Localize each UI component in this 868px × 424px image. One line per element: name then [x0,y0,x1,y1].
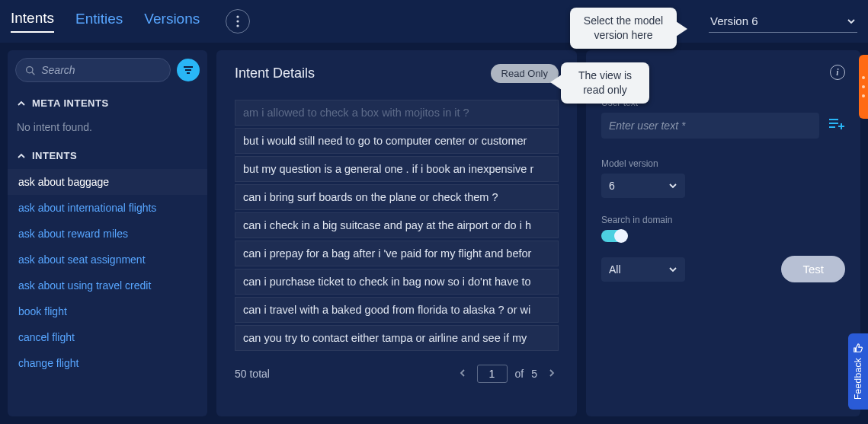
side-drawer-handle[interactable] [859,55,868,119]
search-input[interactable] [41,64,161,76]
search-icon [25,65,35,76]
intent-item[interactable]: ask about international flights [8,195,207,221]
chevron-down-icon [668,181,677,190]
meta-intents-empty: No intent found. [8,116,207,142]
version-select-value: Version 6 [710,14,758,27]
version-select[interactable]: Version 6 [709,10,857,33]
list-add-icon [828,117,845,131]
intent-details-title: Intent Details [235,65,315,81]
intent-item[interactable]: change flight [8,350,207,376]
callout-select-model-text: Select the model version here [584,14,663,41]
feedback-label: Feedback [853,358,863,400]
domain-filter-select[interactable]: All [601,257,685,282]
utterance-row[interactable]: can i check in a big suitcase and pay at… [235,212,559,238]
utterance-row[interactable]: can i purchase ticket to check in bag no… [235,269,559,295]
thumbs-up-icon [853,343,863,353]
section-meta-intents-label: META INTENTS [32,97,109,109]
intent-details-panel: Intent Details Read Only am i allowed to… [216,50,577,416]
search-in-domain-toggle[interactable] [601,230,627,242]
chevron-down-icon [847,17,856,26]
svg-point-0 [237,15,239,18]
dot-icon [862,85,865,88]
callout-read-only: The view is read only [561,62,649,104]
utterance-row[interactable]: can i travel with a baked good from flor… [235,297,559,323]
chevron-up-icon [17,99,26,108]
more-vertical-icon [236,15,239,27]
svg-point-3 [27,66,33,72]
tab-versions[interactable]: Versions [144,11,200,32]
dot-icon [862,76,865,79]
utterances-list: am i allowed to check a box with mojitos… [235,100,559,351]
chevron-down-icon [668,265,677,274]
utterance-row[interactable]: am i allowed to check a box with mojitos… [235,100,559,126]
test-panel: i User text Model version 6 Search in do… [586,50,860,416]
pager-total: 50 total [235,368,270,380]
utterance-row[interactable]: but i would still need to go to computer… [235,128,559,154]
intent-item[interactable]: book flight [8,298,207,324]
section-intents[interactable]: INTENTS [8,142,207,169]
pager-total-pages: 5 [531,368,537,380]
tab-entities[interactable]: Entities [75,11,123,32]
svg-line-4 [32,72,34,74]
svg-point-2 [237,24,239,27]
model-version-select[interactable]: 6 [601,174,685,198]
model-version-value: 6 [609,180,615,192]
read-only-badge: Read Only [491,64,559,83]
search-input-wrapper [15,58,171,82]
filter-icon [183,65,194,75]
callout-read-only-text: The view is read only [578,69,632,96]
svg-rect-5 [184,66,193,68]
dot-icon [862,94,865,97]
add-utterance-button[interactable] [828,117,845,134]
pager-prev[interactable] [456,365,469,383]
utterance-row[interactable]: can i prepay for a bag after i 've paid … [235,241,559,266]
domain-filter-value: All [609,263,621,276]
pager-next[interactable] [545,365,559,383]
tab-intents[interactable]: Intents [11,10,54,33]
svg-point-1 [237,20,239,22]
section-meta-intents[interactable]: META INTENTS [8,90,207,116]
svg-rect-6 [185,69,191,71]
pager-page-input[interactable] [477,365,508,383]
main-tabs: Intents Entities Versions [11,9,250,33]
svg-rect-7 [187,72,190,74]
intents-list: ask about baggageask about international… [8,169,207,376]
utterance-row[interactable]: but my question is a general one . if i … [235,156,559,182]
utterance-row[interactable]: can i bring surf boards on the plane or … [235,184,559,210]
chevron-left-icon [459,368,466,378]
pager-of-label: of [515,368,524,380]
intent-item[interactable]: ask about using travel credit [8,273,207,298]
search-in-domain-label: Search in domain [601,215,845,225]
sidebar: META INTENTS No intent found. INTENTS as… [8,50,207,416]
pager: 50 total of 5 [235,365,559,383]
model-version-label: Model version [601,158,845,169]
toggle-knob [614,229,628,243]
chevron-right-icon [548,368,556,378]
user-text-input[interactable] [601,113,819,139]
top-bar: Intents Entities Versions Version 6 [0,0,868,43]
intent-item[interactable]: ask about baggage [8,169,207,195]
feedback-tab[interactable]: Feedback [848,333,868,410]
utterance-row[interactable]: can you try to contact either tampa or a… [235,325,559,351]
intent-item[interactable]: cancel flight [8,324,207,350]
chevron-up-icon [17,151,26,161]
filter-button[interactable] [177,59,200,81]
intent-item[interactable]: ask about reward miles [8,221,207,247]
intent-item[interactable]: ask about seat assignment [8,247,207,273]
callout-select-model: Select the model version here [570,8,677,49]
more-menu-button[interactable] [226,9,250,33]
section-intents-label: INTENTS [32,150,77,161]
info-button[interactable]: i [830,65,845,80]
test-button[interactable]: Test [781,256,845,282]
